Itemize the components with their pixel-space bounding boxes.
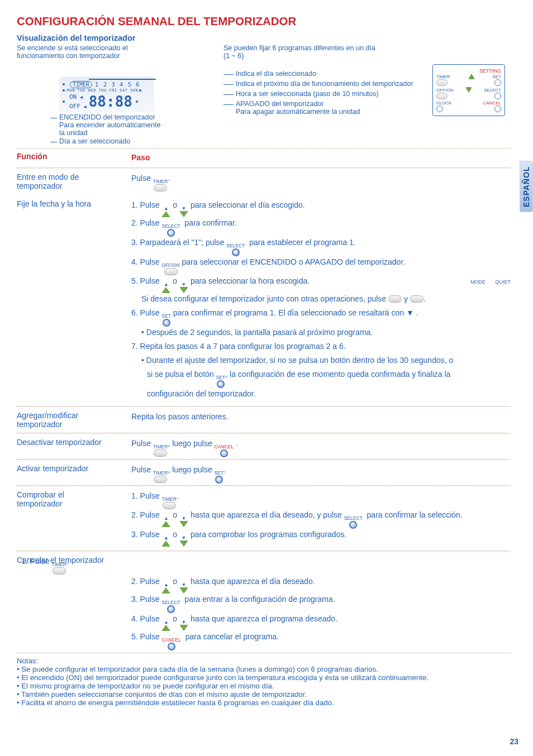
keypad-select-label: SELECT bbox=[484, 88, 501, 93]
row5-step: Pulse TIMER, luego pulse SET. bbox=[131, 463, 511, 481]
up-icon[interactable]: ▲ bbox=[161, 282, 170, 293]
cancel-button-icon[interactable]: CANCEL bbox=[161, 638, 180, 650]
offon-button[interactable] bbox=[436, 93, 448, 99]
set-button-icon[interactable]: SET bbox=[215, 471, 224, 484]
row3-step: Repita los pasos anteriores. bbox=[131, 410, 511, 429]
left-upper-callout: Se enciende si está seleccionado el func… bbox=[17, 44, 212, 60]
diagram-section: Se enciende si está seleccionado el func… bbox=[17, 44, 511, 146]
text: APAGADO del temporizador bbox=[236, 100, 360, 108]
up-icon[interactable]: ▲ bbox=[161, 206, 170, 217]
cancel-button[interactable] bbox=[494, 106, 501, 112]
vis-title: Visualización del temporizador bbox=[17, 34, 511, 42]
callout-4: Hora a ser seleccionada (paso de 10 minu… bbox=[223, 90, 458, 98]
text: Se pueden fijar 6 programas diferentes e… bbox=[223, 44, 375, 52]
select-button[interactable] bbox=[494, 93, 501, 99]
select-button-icon[interactable]: SELECT bbox=[226, 243, 245, 256]
row7-func: Cancelar el temporizador bbox=[17, 554, 131, 650]
timer-button-icon[interactable]: TIMER bbox=[153, 444, 168, 457]
down-icon[interactable]: ▼ bbox=[179, 206, 188, 217]
row4-func: Desactivar temporizador bbox=[17, 437, 131, 455]
text: Hora a ser seleccionada (paso de 10 minu… bbox=[236, 90, 379, 98]
note-2: El encendido (ON) del temporizador puede… bbox=[17, 673, 511, 682]
keypad-timer-label: TIMER bbox=[436, 74, 450, 79]
text: Para apagar automáticamente la unidad bbox=[236, 108, 360, 116]
timer-button[interactable] bbox=[436, 79, 448, 86]
up-icon[interactable]: ▲ bbox=[161, 620, 170, 631]
keypad-offon-label: OFF/ON bbox=[436, 88, 453, 93]
select-button-icon[interactable]: SELECT bbox=[161, 224, 180, 237]
text: Se enciende si está seleccionado el bbox=[17, 44, 128, 52]
mode-button-icon[interactable] bbox=[388, 295, 402, 303]
text: Indica el próximo día de funcionamiento … bbox=[236, 80, 413, 88]
off-label: OFF bbox=[69, 103, 87, 110]
mode-label: MODE bbox=[470, 279, 486, 285]
keypad-clock-label: CLOCK bbox=[436, 101, 452, 106]
keypad-set-label: SET bbox=[492, 74, 501, 79]
language-tab: ESPAÑOL bbox=[520, 161, 533, 212]
text: ENCENDIDO del temporizador bbox=[59, 113, 155, 121]
set-button-icon[interactable]: SET bbox=[161, 314, 171, 327]
cancel-button-icon[interactable]: CANCEL bbox=[215, 444, 234, 457]
timer-pill: TIMER bbox=[70, 81, 92, 88]
select-button-icon[interactable]: SELECT bbox=[161, 600, 180, 613]
offon-button-icon[interactable]: OFF/ON bbox=[161, 263, 179, 275]
up-icon[interactable]: ▲ bbox=[161, 516, 170, 527]
text: la unidad bbox=[59, 129, 88, 137]
set-button-icon[interactable]: SET bbox=[216, 375, 226, 388]
row2-func: Fije la fecha y la hora bbox=[17, 198, 131, 402]
note-5: Facilita el ahorro de energía permitiénd… bbox=[17, 698, 511, 707]
row1-step: Pulse TIMER. bbox=[131, 171, 511, 190]
notes-title: Notas: bbox=[17, 657, 511, 665]
down-icon[interactable]: ▼ bbox=[179, 620, 188, 631]
keypad-cancel-label: CANCEL bbox=[483, 101, 501, 106]
callout-2: Indica el día seleccionado bbox=[223, 70, 458, 78]
select-button-icon[interactable]: SELECT bbox=[344, 516, 363, 529]
row5-func: Activar temporizador bbox=[17, 463, 131, 481]
note-1: Se puede configurar el temporizador para… bbox=[17, 665, 511, 673]
text: funcionamiento con temporizador bbox=[17, 52, 120, 60]
down-icon[interactable]: ▼ bbox=[179, 535, 188, 547]
text: configuración del temporizador. bbox=[131, 388, 511, 400]
notes-section: Notas: Se puede configurar el temporizad… bbox=[17, 657, 511, 707]
left-callouts: ENCENDIDO del temporizador Para encender… bbox=[50, 113, 212, 145]
timer-button-icon[interactable]: TIMER bbox=[153, 471, 168, 483]
timer-button-icon[interactable]: TIMER bbox=[161, 497, 176, 509]
quiet-label: QUIET bbox=[495, 279, 511, 285]
set-button[interactable] bbox=[494, 79, 501, 86]
up-icon[interactable]: ▲ bbox=[161, 582, 170, 594]
text: (1 ~ 6) bbox=[223, 52, 375, 60]
row7-step: 1. Pulse TIMER. 2. Pulse ▲ o ▼ hasta que… bbox=[131, 554, 511, 650]
time-7seg: 88:88 bbox=[89, 93, 132, 110]
page-title: CONFIGURACIÓN SEMANAL DEL TEMPORIZADOR bbox=[17, 15, 511, 28]
row6-step: 1. Pulse TIMER. 2. Pulse ▲ o ▼ hasta que… bbox=[131, 489, 511, 547]
down-icon[interactable]: ▼ bbox=[179, 282, 188, 293]
prog-numbers: 1 2 3 4 5 6 bbox=[95, 81, 140, 88]
callout-3: Indica el próximo día de funcionamiento … bbox=[223, 80, 458, 88]
up-icon[interactable]: ▲ bbox=[161, 535, 170, 547]
text: Día a ser seleccionado bbox=[50, 137, 212, 145]
days-row: MON TUE WED THU FRI SAT SUN bbox=[67, 88, 138, 93]
timer-button-icon[interactable]: TIMER bbox=[153, 179, 168, 192]
row4-step: Pulse TIMER, luego pulse CANCEL . bbox=[131, 437, 511, 455]
col-func-header: Función bbox=[17, 151, 131, 164]
lcd-panel: TIMER 1 2 3 4 5 6 MON TUE WED THU FRI SA… bbox=[59, 76, 154, 112]
row2-step: 1. Pulse ▲ o ▼ para seleccionar el día e… bbox=[131, 198, 511, 402]
down-icon[interactable]: ▼ bbox=[179, 582, 188, 594]
down-icon bbox=[465, 87, 472, 93]
quiet-button-icon[interactable] bbox=[410, 295, 423, 303]
keypad-setting-label: SETTING bbox=[436, 68, 501, 74]
col-step-header: Paso bbox=[131, 151, 511, 164]
clock-button[interactable] bbox=[436, 106, 443, 112]
note-3: El mismo programa de temporizador no se … bbox=[17, 682, 511, 690]
down-icon[interactable]: ▼ bbox=[179, 516, 188, 527]
timer-button-icon[interactable]: TIMER bbox=[51, 562, 66, 575]
text: Para encender automáticamente bbox=[59, 121, 160, 129]
text: Después de 2 segundos, la pantalla pasar… bbox=[131, 327, 511, 338]
text: Indica el día seleccionado bbox=[236, 70, 316, 78]
page-number: 23 bbox=[510, 737, 518, 746]
callout-1: Se pueden fijar 6 programas diferentes e… bbox=[223, 44, 458, 60]
row6-func: Comprobar eltemporizador bbox=[17, 489, 131, 547]
row1-func: Entre en modo detemporizador bbox=[17, 171, 131, 190]
up-icon bbox=[468, 74, 475, 79]
keypad: SETTING TIMER SET OFF/ON SELECT bbox=[432, 64, 505, 116]
